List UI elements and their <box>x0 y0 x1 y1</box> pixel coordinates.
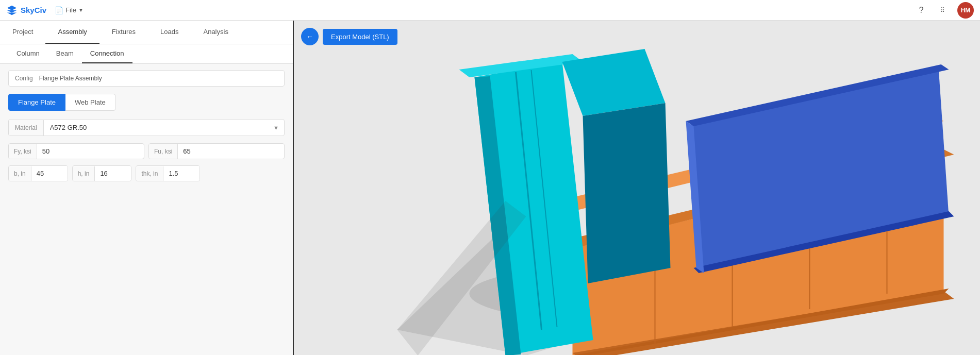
topbar: SkyCiv 📄 File ▼ ? ⠿ HM <box>0 0 980 21</box>
scene-container <box>294 21 980 355</box>
tab-project[interactable]: Project <box>0 21 45 44</box>
avatar[interactable]: HM <box>957 2 974 19</box>
viewport-toolbar: ← Export Model (STL) <box>301 28 397 45</box>
sub-tabs: Column Beam Connection <box>0 44 293 64</box>
main-layout: Project Assembly Fixtures Loads Analysis… <box>0 21 980 355</box>
export-stl-button[interactable]: Export Model (STL) <box>323 29 397 45</box>
fy-input[interactable] <box>37 144 99 159</box>
logo-text: SkyCiv <box>21 6 46 14</box>
tab-assembly[interactable]: Assembly <box>45 21 99 44</box>
material-label: Material <box>9 120 44 136</box>
thk-input[interactable] <box>163 166 200 181</box>
material-row: Material A36 A572 GR.50 A992 ▼ <box>8 119 285 136</box>
chevron-down-icon: ▼ <box>268 125 284 131</box>
help-icon: ? <box>919 6 924 15</box>
h-field: h, in <box>72 165 132 181</box>
b-label: b, in <box>9 166 31 181</box>
viewport: ← Export Model (STL) X X <box>294 21 980 355</box>
material-select[interactable]: A36 A572 GR.50 A992 <box>44 120 268 136</box>
sub-tab-beam[interactable]: Beam <box>48 44 82 63</box>
topbar-right: ? ⠿ HM <box>914 2 974 19</box>
tab-loads[interactable]: Loads <box>148 21 191 44</box>
fy-label: Fy, ksi <box>9 144 37 159</box>
h-label: h, in <box>73 166 95 181</box>
logo: SkyCiv <box>6 5 46 16</box>
file-menu[interactable]: 📄 File ▼ <box>55 6 84 14</box>
file-label: File <box>65 6 76 14</box>
chevron-down-icon: ▼ <box>78 7 84 13</box>
b-field: b, in <box>8 165 68 181</box>
tab-fixtures[interactable]: Fixtures <box>99 21 148 44</box>
nav-tabs: Project Assembly Fixtures Loads Analysis <box>0 21 293 44</box>
grid-icon: ⠿ <box>940 7 945 14</box>
avatar-initials: HM <box>961 7 971 14</box>
flange-plate-button[interactable]: Flange Plate <box>8 94 65 111</box>
back-button[interactable]: ← <box>301 28 319 45</box>
h-input[interactable] <box>95 166 131 181</box>
config-value: Flange Plate Assembly <box>39 75 102 82</box>
svg-marker-33 <box>583 103 671 283</box>
plate-btn-group: Flange Plate Web Plate <box>8 94 285 111</box>
left-panel: Project Assembly Fixtures Loads Analysis… <box>0 21 294 355</box>
fu-label: Fu, ksi <box>149 144 178 159</box>
file-icon: 📄 <box>55 6 63 14</box>
web-plate-button[interactable]: Web Plate <box>65 94 115 111</box>
config-label: Config <box>15 75 33 82</box>
config-row: Config Flange Plate Assembly <box>8 70 285 87</box>
fu-input[interactable] <box>178 144 240 159</box>
arrow-icon: ← <box>306 32 313 41</box>
thk-field: thk, in <box>136 165 200 181</box>
b-input[interactable] <box>31 166 68 181</box>
fy-fu-row: Fy, ksi Fu, ksi <box>8 143 285 159</box>
tab-analysis[interactable]: Analysis <box>191 21 240 44</box>
sub-tab-column[interactable]: Column <box>8 44 48 63</box>
help-button[interactable]: ? <box>914 3 928 18</box>
sub-tab-connection[interactable]: Connection <box>82 44 132 63</box>
grid-menu-button[interactable]: ⠿ <box>936 3 950 18</box>
thk-label: thk, in <box>136 166 163 181</box>
b-h-thk-row: b, in h, in thk, in <box>8 165 285 181</box>
fy-field: Fy, ksi <box>8 143 144 159</box>
connection-panel: Config Flange Plate Assembly Flange Plat… <box>0 64 293 355</box>
fu-field: Fu, ksi <box>148 143 285 159</box>
